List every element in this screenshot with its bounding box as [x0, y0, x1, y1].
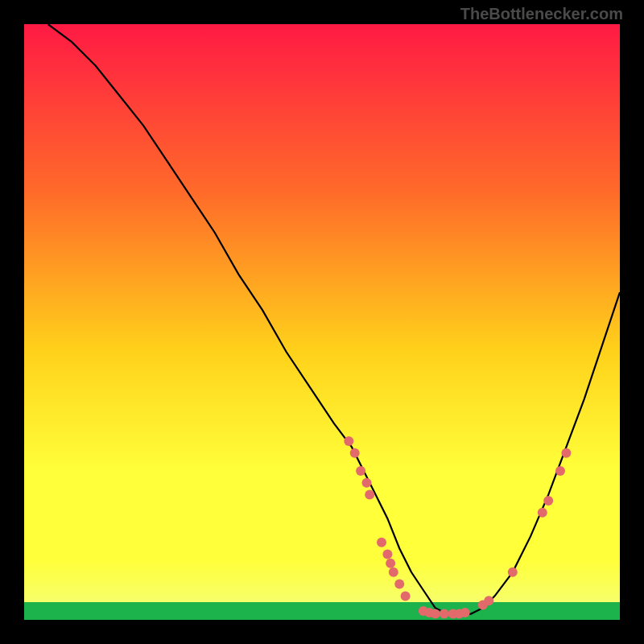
- data-marker: [386, 559, 395, 568]
- data-marker: [440, 609, 449, 619]
- data-marker: [543, 496, 553, 506]
- bottleneck-curve: [48, 24, 620, 614]
- data-marker: [561, 448, 571, 458]
- data-markers: [344, 436, 571, 619]
- data-marker: [460, 608, 470, 617]
- data-marker: [344, 436, 353, 446]
- data-marker: [484, 596, 493, 605]
- chart-overlay: [24, 24, 620, 620]
- data-marker: [538, 508, 547, 518]
- data-marker: [362, 478, 372, 488]
- data-marker: [382, 550, 392, 559]
- data-marker: [350, 448, 360, 458]
- chart-area: [24, 24, 620, 620]
- data-marker: [356, 466, 365, 476]
- attribution-text: TheBottlenecker.com: [460, 5, 623, 23]
- data-marker: [555, 466, 565, 476]
- data-marker: [508, 568, 518, 577]
- data-marker: [389, 568, 398, 577]
- data-marker: [365, 490, 374, 500]
- data-marker: [401, 591, 411, 601]
- data-marker: [431, 609, 440, 619]
- data-marker: [394, 580, 404, 589]
- data-marker: [377, 538, 386, 547]
